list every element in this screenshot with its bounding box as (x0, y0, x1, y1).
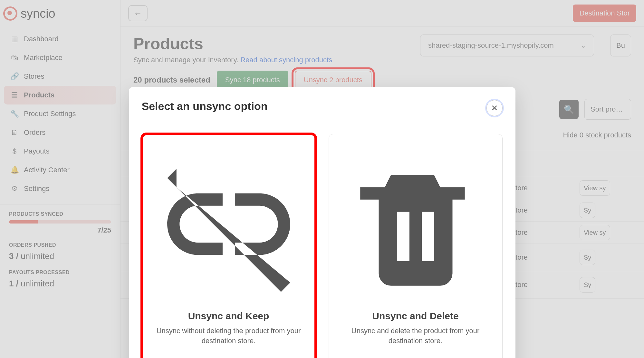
unlink-icon (155, 150, 303, 302)
keep-title: Unsync and Keep (155, 311, 303, 322)
keep-desc: Unsync without deleting the product from… (155, 326, 303, 346)
unsync-delete-option: Unsync and Delete Unsync and delete the … (329, 134, 503, 358)
modal-overlay: Select an unsync option ✕ Unsync and Kee… (0, 0, 644, 358)
trash-icon (342, 150, 489, 302)
close-button[interactable]: ✕ (486, 100, 503, 116)
delete-title: Unsync and Delete (342, 311, 489, 322)
delete-desc: Unsync and delete the product from your … (342, 326, 489, 346)
unsync-keep-option: Unsync and Keep Unsync without deleting … (142, 134, 316, 358)
unsync-modal: Select an unsync option ✕ Unsync and Kee… (129, 87, 515, 358)
modal-title: Select an unsync option (142, 100, 268, 113)
